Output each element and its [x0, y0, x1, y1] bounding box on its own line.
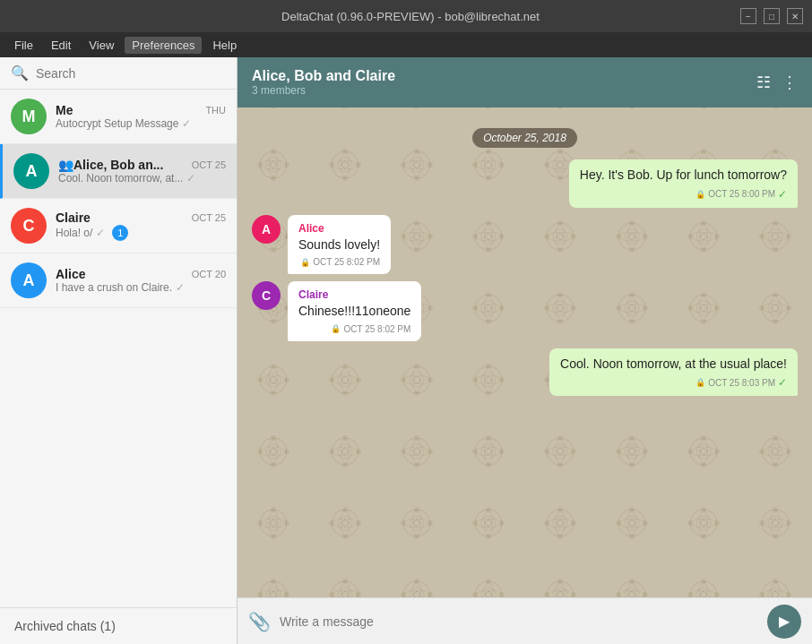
avatar-claire: C	[11, 208, 47, 244]
chat-header-info: Alice, Bob and Claire 3 members	[252, 68, 746, 97]
search-icon: 🔍	[11, 64, 29, 82]
chat-preview-claire: Hola! o/ ✓ 1	[56, 225, 226, 241]
menubar: File Edit View Preferences Help	[0, 32, 812, 57]
chat-list: M Me THU Autocrypt Setup Message ✓ A	[0, 90, 237, 607]
more-options-icon[interactable]: ⋮	[782, 73, 798, 92]
menu-file[interactable]: File	[7, 37, 40, 54]
window-title: DeltaChat (0.96.0-PREVIEW) - bob@librech…	[81, 10, 740, 23]
chat-time-alice: OCT 20	[192, 269, 226, 279]
check-icon-claire: ✓	[96, 227, 105, 239]
bubble-1: Hey. It's Bob. Up for lunch tomorrow? 🔒 …	[569, 159, 798, 208]
bubble-meta-4: 🔒 OCT 25 8:03 PM ✓	[560, 376, 787, 389]
chat-time-group: OCT 25	[192, 159, 226, 170]
bubble-3: Claire Chinese!!!11oneone 🔒 OCT 25 8:02 …	[288, 281, 421, 341]
chat-item-claire[interactable]: C Claire OCT 25 Hola! o/ ✓ 1	[0, 199, 237, 253]
chat-info-alice: Alice OCT 20 I have a crush on Claire. ✓	[56, 267, 226, 294]
sidebar: 🔍 M Me THU Autocrypt Setup Message ✓	[0, 57, 238, 644]
search-bar: 🔍	[0, 57, 237, 90]
badge-claire: 1	[112, 225, 128, 241]
chat-info-claire: Claire OCT 25 Hola! o/ ✓ 1	[56, 210, 226, 241]
main-layout: 🔍 M Me THU Autocrypt Setup Message ✓	[0, 57, 812, 644]
bubble-2: Alice Sounds lovely! 🔒 OCT 25 8:02 PM	[288, 215, 391, 275]
avatar-alice: A	[11, 262, 47, 298]
window-controls: − □ ✕	[740, 8, 803, 24]
chat-area: Alice, Bob and Claire 3 members ☷ ⋮ Octo…	[238, 57, 812, 644]
check-icon-me: ✓	[182, 117, 191, 130]
date-divider: October 25, 2018	[252, 129, 798, 145]
chat-preview-alice: I have a crush on Claire. ✓	[56, 281, 226, 294]
chat-name-claire: Claire	[56, 210, 91, 225]
bubble-sender-alice: Alice	[298, 222, 380, 235]
chat-info-group: 👥Alice, Bob an... OCT 25 Cool. Noon tomo…	[58, 158, 226, 185]
msg-avatar-claire: C	[252, 281, 281, 310]
bubble-4: Cool. Noon tomorrow, at the usual place!…	[549, 348, 798, 397]
chat-item-group[interactable]: A 👥Alice, Bob an... OCT 25 Cool. Noon to…	[0, 144, 237, 199]
lock-icon-1: 🔒	[695, 190, 705, 199]
titlebar: DeltaChat (0.96.0-PREVIEW) - bob@librech…	[0, 0, 812, 32]
chat-item-alice[interactable]: A Alice OCT 20 I have a crush on Claire.…	[0, 253, 237, 308]
menu-edit[interactable]: Edit	[44, 37, 78, 54]
messages-area: October 25, 2018 Hey. It's Bob. Up for l…	[238, 107, 812, 597]
lock-icon-3: 🔒	[331, 324, 341, 333]
bubble-time-3: OCT 25 8:02 PM	[343, 324, 410, 334]
chat-header: Alice, Bob and Claire 3 members ☷ ⋮	[238, 57, 812, 107]
msg-avatar-alice: A	[252, 215, 281, 244]
chat-item-me[interactable]: M Me THU Autocrypt Setup Message ✓	[0, 90, 237, 144]
message-row-2: A Alice Sounds lovely! 🔒 OCT 25 8:02 PM	[252, 215, 798, 275]
message-input[interactable]	[280, 614, 758, 629]
chat-name-me: Me	[56, 103, 73, 117]
message-row-4: Cool. Noon tomorrow, at the usual place!…	[252, 348, 798, 397]
bubble-text-3: Chinese!!!11oneone	[298, 303, 410, 321]
bubble-text-1: Hey. It's Bob. Up for lunch tomorrow?	[580, 167, 787, 185]
bubble-sender-claire: Claire	[298, 288, 410, 301]
tick-icon-4: ✓	[778, 376, 787, 389]
chat-header-icons: ☷ ⋮	[756, 73, 798, 92]
minimize-button[interactable]: −	[740, 8, 756, 24]
maximize-button[interactable]: □	[764, 8, 780, 24]
check-icon-group: ✓	[186, 172, 195, 185]
bubble-time-1: OCT 25 8:00 PM	[708, 189, 775, 199]
search-input[interactable]	[36, 66, 226, 81]
bubble-meta-2: 🔒 OCT 25 8:02 PM	[298, 257, 380, 267]
group-info-icon[interactable]: ☷	[756, 73, 771, 92]
message-row-3: C Claire Chinese!!!11oneone 🔒 OCT 25 8:0…	[252, 281, 798, 341]
send-icon: ▶	[779, 613, 790, 630]
chat-time-claire: OCT 25	[192, 212, 226, 223]
message-input-bar: 📎 ▶	[238, 597, 812, 644]
message-row-1: Hey. It's Bob. Up for lunch tomorrow? 🔒 …	[252, 159, 798, 208]
menu-preferences[interactable]: Preferences	[125, 37, 202, 54]
check-icon-alice: ✓	[176, 281, 185, 294]
chat-name-group: 👥Alice, Bob an...	[58, 158, 163, 172]
avatar-me: M	[11, 99, 47, 134]
chat-info-me: Me THU Autocrypt Setup Message ✓	[56, 103, 226, 130]
bubble-time-2: OCT 25 8:02 PM	[313, 257, 380, 267]
send-button[interactable]: ▶	[767, 605, 801, 639]
chat-time-me: THU	[205, 105, 226, 116]
attach-button[interactable]: 📎	[248, 611, 271, 632]
lock-icon-4: 🔒	[695, 378, 705, 387]
close-button[interactable]: ✕	[787, 8, 803, 24]
menu-help[interactable]: Help	[205, 37, 244, 54]
archived-chats[interactable]: Archived chats (1)	[0, 607, 237, 644]
avatar-group: A	[13, 153, 49, 189]
tick-icon-1: ✓	[778, 188, 787, 201]
menu-view[interactable]: View	[82, 37, 121, 54]
chat-header-name: Alice, Bob and Claire	[252, 68, 746, 84]
bubble-meta-1: 🔒 OCT 25 8:00 PM ✓	[580, 188, 787, 201]
chat-header-members: 3 members	[252, 84, 746, 97]
chat-preview-group: Cool. Noon tomorrow, at... ✓	[58, 172, 226, 185]
bubble-time-4: OCT 25 8:03 PM	[708, 378, 775, 388]
chat-name-alice: Alice	[56, 267, 85, 281]
bubble-text-2: Sounds lovely!	[298, 236, 380, 254]
bubble-text-4: Cool. Noon tomorrow, at the usual place!	[560, 356, 787, 374]
lock-icon-2: 🔒	[300, 258, 310, 267]
bubble-meta-3: 🔒 OCT 25 8:02 PM	[298, 324, 410, 334]
chat-preview-me: Autocrypt Setup Message ✓	[56, 117, 226, 130]
